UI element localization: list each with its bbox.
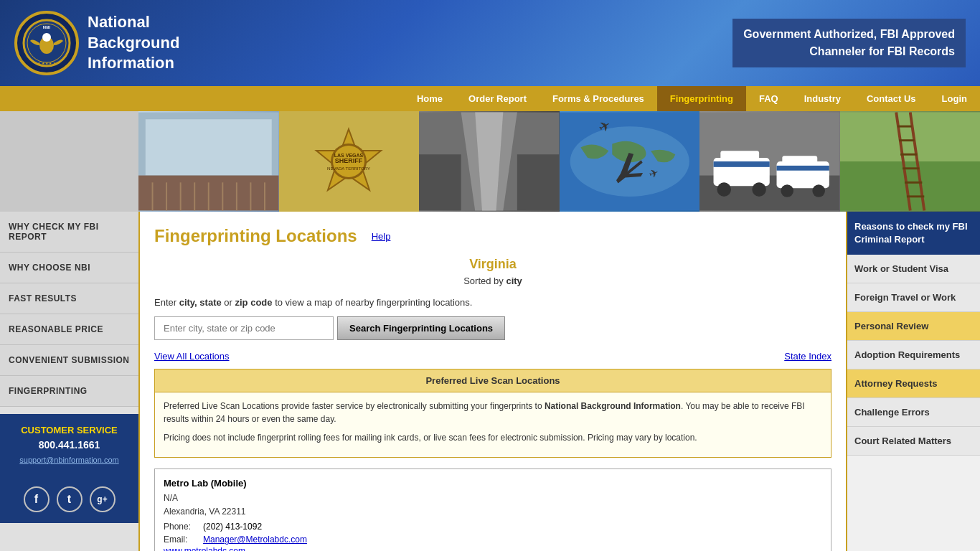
hero-image-6 [840, 111, 981, 212]
customer-service-email[interactable]: support@nbinformation.com [19, 456, 118, 464]
state-index-link[interactable]: State Index [784, 351, 831, 362]
hero-image-5 [699, 111, 840, 212]
hero-image-2: LAS VEGAS SHERIFF NEVADA TERRITORY [279, 111, 420, 212]
social-icons-area: f t g+ [0, 476, 138, 523]
search-button[interactable]: Search Fingerprinting Locations [337, 316, 505, 340]
preferred-text-2: Pricing does not include fingerprint rol… [164, 431, 822, 444]
svg-rect-7 [146, 119, 272, 175]
search-input[interactable] [154, 316, 334, 340]
location-name: Metro Lab (Mobile) [164, 478, 822, 489]
search-instruction: Enter city, state or zip code to view a … [154, 297, 831, 308]
svg-text:NEVADA TERRITORY: NEVADA TERRITORY [327, 166, 370, 171]
svg-text:NBI: NBI [43, 25, 51, 29]
nav-home[interactable]: Home [404, 86, 456, 111]
nav-faq[interactable]: FAQ [746, 86, 791, 111]
main-layout: WHY CHECK MY FBI REPORT WHY CHOOSE NBI F… [0, 212, 980, 551]
nav-industry[interactable]: Industry [791, 86, 854, 111]
location-website-link[interactable]: www.metrolabdc.com [164, 546, 245, 551]
sidebar-item-convenient-submission[interactable]: CONVENIENT SUBMISSION [0, 345, 138, 376]
site-header: ★ ★ ★ ★ ★ NBI National Background Inform… [0, 0, 980, 86]
view-all-locations-link[interactable]: View All Locations [154, 351, 230, 362]
preferred-text-1: Preferred Live Scan Locations provide fa… [164, 400, 822, 425]
preferred-content: Preferred Live Scan Locations provide fa… [154, 392, 831, 458]
location-links: View All Locations State Index [154, 351, 831, 362]
logo-seal: ★ ★ ★ ★ ★ NBI [14, 11, 79, 75]
customer-service-box: CUSTOMER SERVICE 800.441.1661 support@nb… [0, 414, 138, 476]
svg-point-37 [717, 182, 731, 197]
sidebar-right-personal-review[interactable]: Personal Review [847, 312, 980, 341]
hero-images: LAS VEGAS SHERIFF NEVADA TERRITORY ✈ ✈ [138, 111, 980, 212]
location-card: Metro Lab (Mobile) N/A Alexandria, VA 22… [154, 468, 831, 551]
sidebar-right-foreign-travel[interactable]: Foreign Travel or Work [847, 283, 980, 312]
sidebar-right-challenge[interactable]: Challenge Errors [847, 398, 980, 427]
svg-point-43 [812, 184, 825, 197]
sorted-by: Sorted by city [154, 276, 831, 286]
svg-rect-27 [419, 154, 461, 210]
sidebar-right-work-visa[interactable]: Work or Student Visa [847, 255, 980, 283]
sidebar-item-why-check[interactable]: WHY CHECK MY FBI REPORT [0, 212, 138, 253]
svg-rect-28 [517, 154, 560, 210]
preferred-banner: Preferred Live Scan Locations [154, 369, 831, 392]
svg-rect-39 [714, 161, 770, 167]
sidebar-right-attorney[interactable]: Attorney Requests [847, 369, 980, 398]
sidebar-item-fast-results[interactable]: FAST RESULTS [0, 283, 138, 314]
nav-contact-us[interactable]: Contact Us [854, 86, 929, 111]
location-email-row: Email: Manager@Metrolabdc.com [164, 534, 822, 545]
site-title: National Background Information [88, 12, 179, 74]
seal-icon: ★ ★ ★ ★ ★ NBI [22, 18, 72, 68]
svg-text:SHERIFF: SHERIFF [335, 157, 363, 164]
right-sidebar: Reasons to check my FBI Criminal Report … [847, 212, 980, 551]
svg-point-38 [752, 182, 766, 197]
svg-rect-44 [777, 166, 829, 171]
sidebar-item-reasonable-price[interactable]: REASONABLE PRICE [0, 314, 138, 345]
sidebar-right-adoption[interactable]: Adoption Requirements [847, 341, 980, 369]
location-address: N/A Alexandria, VA 22311 [164, 491, 822, 519]
svg-point-42 [781, 184, 793, 197]
hero-image-3 [419, 111, 560, 212]
hero-image-1 [138, 111, 279, 212]
state-heading: Virginia [154, 257, 831, 272]
sidebar-right-court[interactable]: Court Related Matters [847, 427, 980, 456]
left-sidebar: WHY CHECK MY FBI REPORT WHY CHOOSE NBI F… [0, 212, 138, 551]
facebook-icon[interactable]: f [24, 486, 50, 512]
right-sidebar-header: Reasons to check my FBI Criminal Report [847, 212, 980, 255]
twitter-icon[interactable]: t [57, 486, 83, 512]
googleplus-icon[interactable]: g+ [90, 486, 116, 512]
hero-image-4: ✈ ✈ [560, 111, 700, 212]
location-phone-row: Phone: (202) 413-1092 [164, 522, 822, 532]
header-logo-area: ★ ★ ★ ★ ★ NBI National Background Inform… [14, 11, 179, 75]
header-tagline: Government Authorized, FBI Approved Chan… [732, 19, 966, 67]
nav-login[interactable]: Login [929, 86, 980, 111]
main-content: Fingerprinting Locations Help Virginia S… [138, 212, 847, 551]
main-nav: Home Order Report Forms & Procedures Fin… [0, 86, 980, 111]
sidebar-item-why-nbi[interactable]: WHY CHOOSE NBI [0, 253, 138, 283]
nav-forms-procedures[interactable]: Forms & Procedures [540, 86, 657, 111]
sheriff-badge-icon: LAS VEGAS SHERIFF NEVADA TERRITORY [313, 126, 385, 197]
svg-text:★ ★ ★ ★ ★: ★ ★ ★ ★ ★ [37, 61, 57, 65]
svg-point-3 [42, 33, 51, 42]
customer-service-phone: 800.441.1661 [7, 439, 131, 451]
sidebar-item-fingerprinting[interactable]: FINGERPRINTING [0, 376, 138, 407]
customer-service-title: CUSTOMER SERVICE [7, 425, 131, 435]
nav-fingerprinting[interactable]: Fingerprinting [657, 86, 746, 111]
help-link[interactable]: Help [372, 231, 391, 242]
nav-order-report[interactable]: Order Report [456, 86, 540, 111]
search-bar: Search Fingerprinting Locations [154, 316, 831, 340]
page-title: Fingerprinting Locations [154, 226, 357, 246]
location-email-link[interactable]: Manager@Metrolabdc.com [203, 534, 307, 545]
page-title-area: Fingerprinting Locations Help [154, 226, 831, 246]
